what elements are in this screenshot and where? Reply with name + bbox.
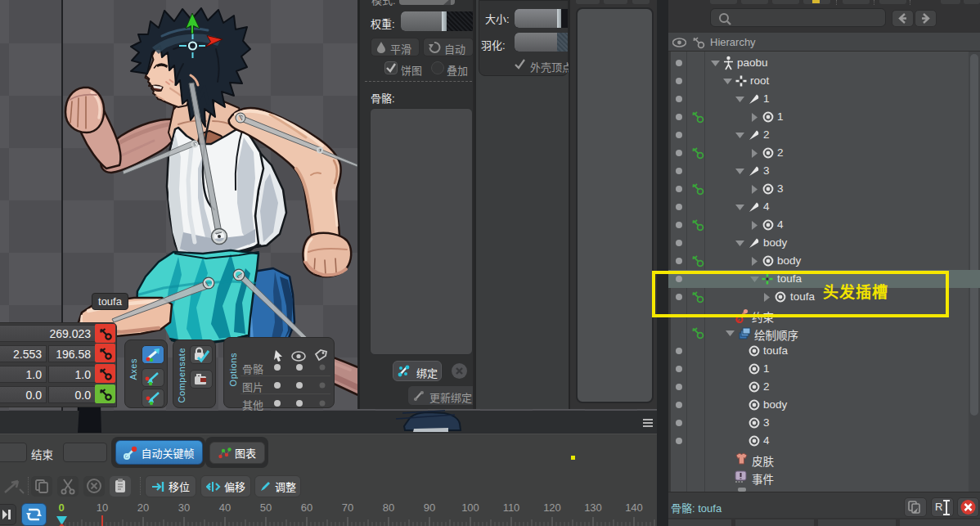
svg-text:80: 80 xyxy=(383,501,394,514)
svg-text:90: 90 xyxy=(424,501,435,514)
svg-text:70: 70 xyxy=(342,501,353,514)
svg-text:50: 50 xyxy=(260,501,272,514)
svg-text:60: 60 xyxy=(301,501,312,514)
svg-text:120: 120 xyxy=(543,501,561,514)
svg-text:30: 30 xyxy=(178,501,190,514)
svg-text:110: 110 xyxy=(503,501,520,514)
svg-text:0: 0 xyxy=(58,501,64,514)
svg-text:20: 20 xyxy=(137,501,149,514)
svg-text:130: 130 xyxy=(584,501,602,514)
svg-text:10: 10 xyxy=(97,501,108,514)
svg-text:100: 100 xyxy=(461,501,479,514)
svg-text:140: 140 xyxy=(625,501,643,514)
svg-text:40: 40 xyxy=(219,501,231,514)
